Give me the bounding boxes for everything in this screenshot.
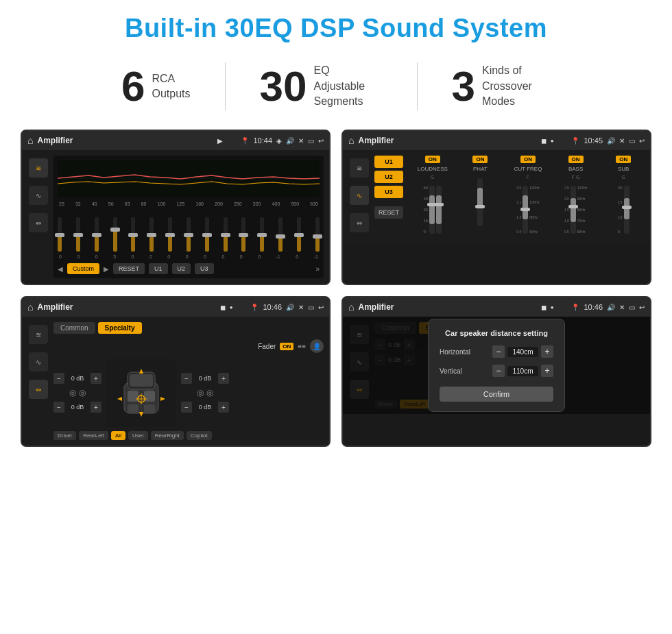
- minimize-icon-2[interactable]: ▭: [629, 137, 635, 145]
- eq-icon[interactable]: ≋: [29, 158, 48, 178]
- arrows-icon-3[interactable]: ⇔: [29, 380, 48, 399]
- eq-icon-2[interactable]: ≋: [350, 158, 369, 178]
- vertical-minus[interactable]: −: [492, 365, 505, 377]
- eq-slider-1[interactable]: [58, 217, 62, 252]
- eq-slider-6[interactable]: [149, 217, 154, 252]
- u3-preset-btn[interactable]: U3: [374, 186, 403, 198]
- back-icon[interactable]: ↩: [318, 137, 324, 145]
- back-icon-4[interactable]: ↩: [639, 304, 645, 311]
- close-icon-4[interactable]: ✕: [619, 304, 625, 311]
- fader-label: Fader: [258, 343, 276, 350]
- confirm-button[interactable]: Confirm: [440, 387, 553, 402]
- home-icon-2[interactable]: ⌂: [348, 135, 354, 146]
- minimize-icon-4[interactable]: ▭: [629, 304, 635, 311]
- back-icon-3[interactable]: ↩: [318, 304, 324, 311]
- back-icon-2[interactable]: ↩: [639, 137, 645, 145]
- rearright-btn[interactable]: RearRight: [151, 431, 184, 440]
- eq-next-btn[interactable]: ▶: [104, 265, 109, 273]
- sub-label: SUB: [618, 166, 629, 172]
- home-icon-3[interactable]: ⌂: [27, 302, 33, 313]
- common-tab-3[interactable]: Common: [53, 322, 95, 334]
- rr-minus[interactable]: −: [181, 402, 192, 413]
- screen4-dialog: ⌂ Amplifier ◼ ● 📍 10:46 🔊 ✕ ▭ ↩ ≋ ∿ ⇔: [341, 296, 651, 447]
- minimize-icon-3[interactable]: ▭: [308, 304, 314, 311]
- fl-minus[interactable]: −: [53, 373, 64, 384]
- eq-icon-3[interactable]: ≋: [29, 325, 48, 344]
- eq-slider-14[interactable]: [297, 217, 301, 252]
- horizontal-minus[interactable]: −: [492, 345, 505, 358]
- eq-slider-7[interactable]: [168, 217, 172, 252]
- fr-plus[interactable]: +: [218, 373, 229, 384]
- rr-plus[interactable]: +: [218, 402, 229, 413]
- eq-slider-9[interactable]: [205, 217, 209, 252]
- eq-slider-8[interactable]: [187, 217, 191, 252]
- close-icon[interactable]: ✕: [298, 137, 304, 145]
- phat-slider[interactable]: [477, 178, 483, 226]
- speaker-icons-left: ◎ ◎: [53, 388, 101, 398]
- eq-graph: [58, 160, 320, 197]
- vertical-plus[interactable]: +: [541, 365, 553, 377]
- bass-hz: 100Hz90Hz80Hz70Hz60Hz: [577, 186, 587, 234]
- eq-slider-4[interactable]: [113, 217, 117, 252]
- distance-dialog-overlay: Car speaker distance setting Horizontal …: [343, 317, 650, 414]
- cutfreq-slider[interactable]: [523, 186, 528, 234]
- wave-icon-3[interactable]: ∿: [29, 352, 48, 371]
- rl-plus[interactable]: +: [91, 402, 101, 413]
- sub-scale: 2015105: [618, 186, 623, 234]
- close-icon-3[interactable]: ✕: [298, 304, 304, 311]
- play-icon: ▶: [217, 137, 223, 145]
- rearleft-btn[interactable]: RearLeft: [79, 431, 108, 440]
- eq-slider-13[interactable]: [278, 217, 283, 252]
- fr-minus[interactable]: −: [181, 373, 192, 384]
- specialty-tab-3[interactable]: Specialty: [98, 322, 142, 334]
- eq-slider-10[interactable]: [224, 217, 228, 252]
- u2-btn[interactable]: U2: [172, 263, 191, 274]
- eq-slider-3[interactable]: [95, 217, 99, 252]
- loudness-slider-1[interactable]: [429, 186, 435, 234]
- speaker-right-icon-2: ◎: [206, 388, 213, 398]
- bass-slider-1[interactable]: [571, 186, 576, 234]
- sub-slider[interactable]: [624, 186, 629, 234]
- home-icon[interactable]: ⌂: [27, 135, 33, 146]
- svg-rect-7: [128, 404, 139, 413]
- wave-icon-2[interactable]: ∿: [350, 186, 369, 205]
- copilot-btn[interactable]: Copilot: [187, 431, 212, 440]
- driver-btn[interactable]: Driver: [53, 431, 76, 440]
- vol-icon[interactable]: 🔊: [286, 137, 294, 145]
- eq-slider-2[interactable]: [76, 217, 80, 252]
- reset-btn-1[interactable]: RESET: [113, 263, 145, 274]
- amp-controls: ON LOUDNESS G 644832160: [411, 156, 645, 237]
- arrows-icon-2[interactable]: ⇔: [350, 213, 369, 232]
- screen2-amp: ⌂ Amplifier ◼ ● 📍 10:45 🔊 ✕ ▭ ↩ ≋ ∿ ⇔: [341, 130, 651, 285]
- loudness-slider-2[interactable]: [436, 186, 442, 234]
- close-icon-2[interactable]: ✕: [619, 137, 625, 145]
- eq-prev-btn[interactable]: ◀: [58, 265, 63, 273]
- u2-preset-btn[interactable]: U2: [374, 171, 403, 183]
- screen1-content: ≋ ∿ ⇔: [22, 150, 329, 284]
- sub-sliders: 2015105: [618, 182, 629, 237]
- u3-btn[interactable]: U3: [195, 263, 214, 274]
- horizontal-plus[interactable]: +: [541, 345, 553, 358]
- reset-btn-2[interactable]: RESET: [374, 206, 403, 219]
- minimize-icon[interactable]: ▭: [308, 137, 314, 145]
- fader-row: Fader ON ≡≡ 👤: [53, 339, 324, 353]
- screens-grid: ⌂ Amplifier ▶ 📍 10:44 ◈ 🔊 ✕ ▭ ↩ ≋ ∿ ⇔: [21, 130, 651, 447]
- vol-icon-4[interactable]: 🔊: [607, 304, 615, 311]
- eq-slider-15[interactable]: [315, 217, 320, 252]
- wave-icon[interactable]: ∿: [29, 186, 48, 205]
- fl-plus[interactable]: +: [91, 373, 101, 384]
- all-btn[interactable]: All: [111, 431, 125, 440]
- eq-slider-5[interactable]: [131, 217, 135, 252]
- home-icon-4[interactable]: ⌂: [348, 302, 354, 313]
- eq-slider-11[interactable]: [241, 217, 245, 252]
- vol-icon-3[interactable]: 🔊: [286, 304, 294, 311]
- arrows-icon[interactable]: ⇔: [29, 213, 48, 232]
- u1-preset-btn[interactable]: U1: [374, 156, 403, 168]
- u1-btn[interactable]: U1: [149, 263, 168, 274]
- user-btn[interactable]: User: [128, 431, 148, 440]
- custom-btn[interactable]: Custom: [67, 263, 99, 274]
- rl-minus[interactable]: −: [53, 402, 64, 413]
- eq-slider-12[interactable]: [260, 217, 264, 252]
- vol-icon-2[interactable]: 🔊: [607, 137, 615, 145]
- screen4-time: 10:46: [584, 303, 603, 311]
